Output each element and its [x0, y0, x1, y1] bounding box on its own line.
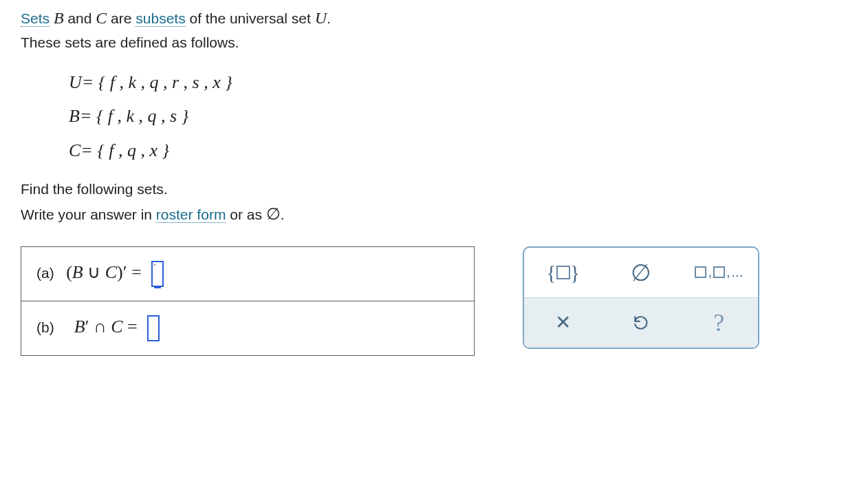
placeholder-icon: [713, 266, 725, 278]
instruction-line-1: Find the following sets.: [21, 180, 847, 199]
instruction-line-2: Write your answer in roster form or as ∅…: [21, 203, 847, 225]
palette-list-button[interactable]: ,,...: [680, 248, 758, 297]
answer-table: (a) (B ∪ C)′ = (b) B′ ∩ C =: [21, 246, 475, 356]
undo-icon: [632, 314, 650, 332]
intro-line-2: These sets are defined as follows.: [21, 33, 847, 52]
answer-area: (a) (B ∪ C)′ = (b) B′ ∩ C = {} ∅: [21, 246, 847, 356]
empty-set-symbol: ∅: [266, 205, 281, 223]
intro-line-1: Sets B and C are subsets of the universa…: [21, 7, 847, 29]
part-b-input[interactable]: [147, 315, 160, 341]
part-a-expression: (B ∪ C)′ =: [66, 262, 146, 281]
def-U: U= { f , k , q , r , s , x }: [69, 65, 847, 99]
problem-intro: Sets B and C are subsets of the universa…: [21, 7, 847, 53]
palette-empty-set-button[interactable]: ∅: [602, 248, 680, 297]
link-subsets[interactable]: subsets: [135, 10, 185, 27]
part-a-row: (a) (B ∪ C)′ =: [21, 246, 475, 301]
x-icon: ✕: [555, 311, 571, 334]
symbol-palette: {} ∅ ,,... ✕ ?: [523, 246, 759, 349]
palette-set-braces-button[interactable]: {}: [524, 248, 602, 297]
link-roster-form[interactable]: roster form: [156, 206, 226, 223]
def-C: C= { f , q , x }: [69, 134, 847, 167]
part-a-label: (a): [36, 264, 54, 280]
placeholder-icon: [556, 266, 570, 279]
placeholder-icon: [695, 266, 706, 278]
var-U: U: [315, 9, 327, 27]
def-B: B= { f , k , q , s }: [69, 99, 847, 133]
palette-help-button[interactable]: ?: [680, 298, 758, 348]
var-C: C: [96, 9, 107, 27]
part-b-expression: B′ ∩ C =: [74, 316, 142, 336]
part-a-input[interactable]: [151, 261, 164, 287]
part-b-label: (b): [36, 319, 54, 334]
part-b-row: (b) B′ ∩ C =: [21, 301, 475, 355]
question-icon: ?: [713, 308, 724, 337]
var-B: B: [54, 9, 64, 27]
palette-clear-button[interactable]: ✕: [524, 298, 602, 348]
set-definitions: U= { f , k , q , r , s , x } B= { f , k …: [69, 65, 847, 167]
palette-undo-button[interactable]: [602, 298, 680, 348]
link-sets[interactable]: Sets: [21, 10, 50, 27]
instructions: Find the following sets. Write your answ…: [21, 180, 847, 226]
